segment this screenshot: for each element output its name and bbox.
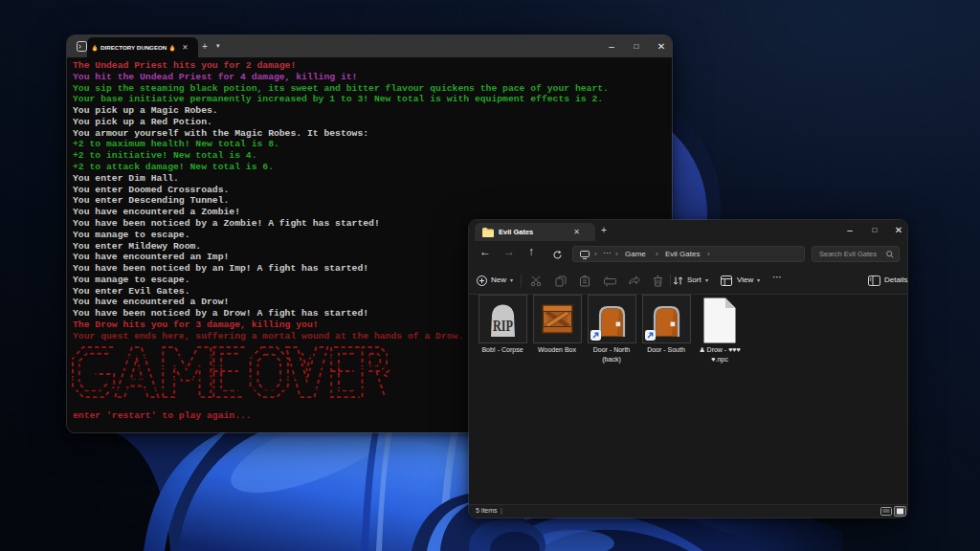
svg-text:RIP: RIP	[493, 317, 513, 335]
